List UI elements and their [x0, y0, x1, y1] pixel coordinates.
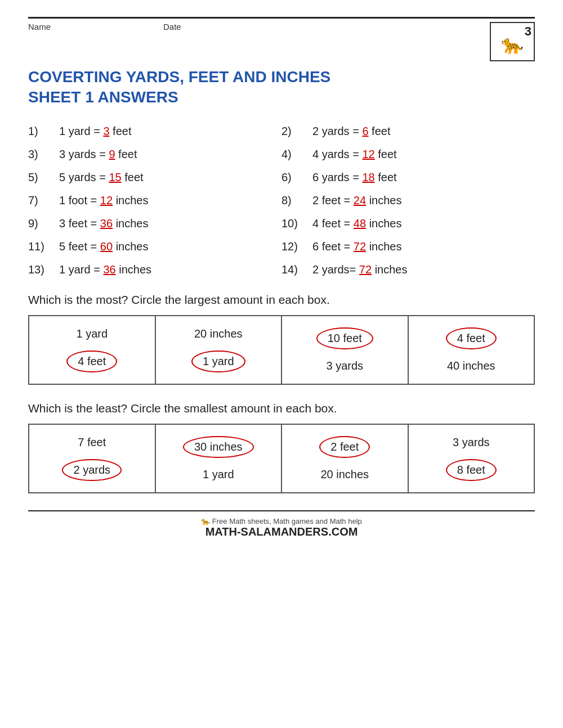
- most-box-4: 4 feet 40 inches: [408, 316, 535, 384]
- most-box-3: 10 feet 3 yards: [282, 316, 408, 384]
- most-box-4-bottom: 40 inches: [447, 359, 495, 372]
- question-3: 3) 3 yards = 9 feet: [28, 148, 282, 161]
- question-5: 5) 5 yards = 15 feet: [28, 171, 282, 184]
- footer-brand-rest: ATH-SALAMANDERS.COM: [215, 525, 358, 538]
- footer-tagline-text: Free Math sheets, Math games and Math he…: [212, 517, 362, 525]
- question-9: 9) 3 feet = 36 inches: [28, 217, 282, 230]
- question-8: 8) 2 feet = 24 inches: [282, 194, 535, 207]
- page-title: COVERTING YARDS, FEET AND INCHES SHEET 1…: [28, 67, 535, 108]
- logo-number: 3: [525, 24, 531, 39]
- most-box-2: 20 inches 1 yard: [155, 316, 282, 384]
- top-bar: Name Date 3 🐆: [28, 17, 535, 61]
- most-box-1-bottom-circled: 4 feet: [66, 350, 117, 372]
- most-box-2-bottom-circled: 1 yard: [191, 350, 245, 372]
- most-box-2-top: 20 inches: [194, 327, 243, 340]
- question-7: 7) 1 foot = 12 inches: [28, 194, 282, 207]
- footer: 🐆 Free Math sheets, Math games and Math …: [28, 510, 535, 538]
- most-box-3-top-circled: 10 feet: [316, 327, 373, 349]
- name-label: Name: [28, 22, 51, 32]
- least-box-4-bottom-circled: 8 feet: [446, 459, 497, 481]
- most-box-3-bottom: 3 yards: [326, 359, 363, 372]
- most-box-1: 1 yard 4 feet: [29, 316, 155, 384]
- footer-brand: MATH-SALAMANDERS.COM: [28, 525, 535, 538]
- least-box-4-top: 3 yards: [453, 436, 490, 449]
- question-4: 4) 4 yards = 12 feet: [282, 148, 535, 161]
- least-box-2-top-circled: 30 inches: [183, 436, 254, 458]
- question-2: 2) 2 yards = 6 feet: [282, 125, 535, 138]
- most-section-title: Which is the most? Circle the largest am…: [28, 293, 535, 307]
- most-section-table: 1 yard 4 feet 20 inches 1 yard 10 feet 3…: [28, 315, 535, 385]
- logo-animal-icon: 🐆: [501, 34, 524, 55]
- least-box-1-top: 7 feet: [78, 436, 106, 449]
- least-box-1: 7 feet 2 yards: [29, 424, 155, 493]
- least-box-1-bottom-circled: 2 yards: [62, 459, 122, 481]
- least-section-table: 7 feet 2 yards 30 inches 1 yard 2 feet 2…: [28, 424, 535, 493]
- question-10: 10) 4 feet = 48 inches: [282, 217, 535, 230]
- least-box-3: 2 feet 20 inches: [282, 424, 408, 493]
- date-label: Date: [163, 22, 181, 32]
- question-1: 1) 1 yard = 3 feet: [28, 125, 282, 138]
- question-13: 13) 1 yard = 36 inches: [28, 263, 282, 276]
- question-11: 11) 5 feet = 60 inches: [28, 240, 282, 253]
- footer-brand-m: M: [205, 525, 215, 538]
- name-date-labels: Name Date: [28, 22, 181, 32]
- question-6: 6) 6 yards = 18 feet: [282, 171, 535, 184]
- questions-grid: 1) 1 yard = 3 feet 2) 2 yards = 6 feet 3…: [28, 125, 535, 276]
- least-box-4: 3 yards 8 feet: [408, 424, 535, 493]
- least-box-3-bottom: 20 inches: [320, 468, 369, 481]
- least-box-3-top-circled: 2 feet: [319, 436, 370, 458]
- question-14: 14) 2 yards= 72 inches: [282, 263, 535, 276]
- question-12: 12) 6 feet = 72 inches: [282, 240, 535, 253]
- footer-tagline: 🐆 Free Math sheets, Math games and Math …: [28, 517, 535, 525]
- least-box-2-bottom: 1 yard: [203, 468, 234, 481]
- least-section-title: Which is the least? Circle the smallest …: [28, 402, 535, 415]
- logo-box: 3 🐆: [490, 22, 535, 61]
- most-box-1-top: 1 yard: [76, 327, 108, 340]
- least-box-2: 30 inches 1 yard: [155, 424, 282, 493]
- most-box-4-top-circled: 4 feet: [446, 327, 497, 349]
- footer-icon: 🐆: [201, 517, 210, 525]
